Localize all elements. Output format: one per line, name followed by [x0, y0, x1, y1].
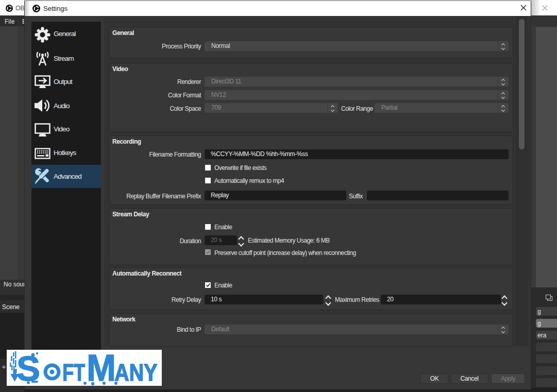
svg-text:M: M — [87, 350, 116, 386]
svg-text:S: S — [16, 350, 40, 386]
svg-text:FT: FT — [62, 360, 85, 386]
svg-text:ANY: ANY — [114, 359, 158, 385]
